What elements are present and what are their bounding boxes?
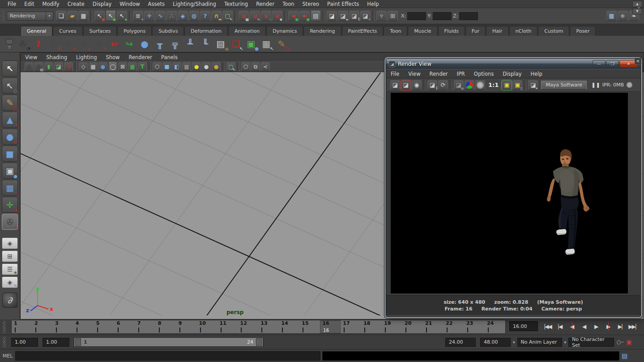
all-lights-icon[interactable]: ■ [162,62,171,71]
snap-magnet-curve-icon[interactable]: ∪ ∿ [250,11,260,21]
timeline-grip[interactable] [3,321,6,333]
redo-icon[interactable]: ↪ [123,37,136,51]
frame-cell[interactable]: 7 [135,320,156,333]
frame-cell[interactable]: 5 [94,320,115,333]
toolbar-separator[interactable] [323,11,325,21]
frame-cell[interactable]: 9 [176,320,197,333]
menu-item[interactable]: Edit [20,0,38,8]
layout-single-pane-button[interactable]: ◈ [2,237,18,249]
viewport-separator[interactable] [237,62,239,72]
select-by-object-icon[interactable]: ↖ ● [106,11,116,21]
image-plane-icon[interactable]: ◪ [54,62,63,71]
connections-icon[interactable]: ≺ [261,62,270,71]
mel-label[interactable]: MEL [0,353,15,359]
menu-item[interactable]: Texturing [220,0,252,8]
viewport-menu-item[interactable]: View [25,54,43,60]
rv-separator[interactable] [524,80,526,90]
anim-layer-dropdown-icon[interactable]: ▾ [513,340,515,345]
frame-cell[interactable]: 13 [258,320,279,333]
delete-icon[interactable]: ● ▯ [138,37,151,51]
make-live-icon[interactable]: ◍ [189,11,199,21]
frame-cell[interactable]: 22 [444,320,464,333]
render-settings-icon[interactable]: ◪ ∘ [360,11,371,21]
viewport-separator[interactable] [75,62,77,72]
step-forward-key-button[interactable]: ▶ [602,320,614,332]
last-tool-used[interactable]: ✇ ➜ [2,214,18,230]
bookmark-icon[interactable]: ▮ [44,62,53,71]
shelf-tab[interactable]: Curves [53,26,82,36]
shadows-icon[interactable]: ◧ [172,62,181,71]
snap-to-point-icon[interactable]: ∴ [166,11,177,21]
frame-cell[interactable]: 6 [115,320,135,333]
shelf-tab[interactable]: Surfaces [83,26,117,36]
shelf-tab[interactable]: Rendering [303,26,341,36]
render-current-frame-icon[interactable]: ◪ ▸ [338,11,348,21]
range-start-handle[interactable] [75,338,81,346]
frame-cell[interactable]: 18 [361,320,382,333]
scale-tool[interactable]: ■ ✛ [2,146,18,162]
current-time-field[interactable]: 16.00 [509,321,538,331]
range-slider[interactable]: 124 [74,337,263,347]
default-material-icon[interactable]: ◯ [108,62,117,71]
shelf-scroll-up-button[interactable]: ▲ [632,1,642,7]
render-view-menu-item[interactable]: Display [503,71,521,77]
animation-end-field[interactable]: 48.00 [480,338,511,347]
pause-ipr-icon[interactable]: ❚❚ [591,82,600,88]
frame-cell[interactable]: 11 [218,320,238,333]
scene-browser-icon[interactable]: ✇ ◔ [16,37,30,51]
shelf-tab[interactable]: Hair [486,26,509,36]
selection-mask-filter-icon[interactable]: ≣ ▿ [133,11,143,21]
frame-cell[interactable]: 12 [238,320,258,333]
frame-cell[interactable]: 10 [197,320,218,333]
shelf-tab[interactable]: Animation [228,26,266,36]
shelf-tab[interactable]: Toon [384,26,407,36]
viewport-menu-item[interactable]: Shading [46,54,73,60]
highlight-selection-icon[interactable]: ▢ ↖ [222,11,233,21]
show-manipulator-tool[interactable]: ✛ ➜ [2,197,18,213]
zoom-ratio-button[interactable]: 1:1 [488,82,499,88]
shelf-options-button[interactable]: ▽ [8,45,11,49]
duplicate-icon[interactable]: ❏ ↖ [229,37,243,51]
color-management-icon[interactable]: ▣ [502,80,512,90]
default-lighting-icon[interactable]: ⬡ [153,62,162,71]
render-view-menu-item[interactable]: View [408,71,420,77]
character-set-selector[interactable]: No Character Set [568,338,614,347]
frame-cell[interactable]: 17 [341,320,361,333]
shelf-tab[interactable]: Fluids [438,26,465,36]
snap-to-plane-icon[interactable]: ◈ [178,11,188,21]
light-gold-icon[interactable]: ● [212,62,221,71]
frame-cell[interactable]: 24 [485,320,505,333]
panel-close-icon[interactable]: ✕ [635,58,641,65]
shelf-tab[interactable]: Polygons [117,26,152,36]
viewport-menu-item[interactable]: Show [106,54,125,60]
snapshot-icon[interactable]: ◉ [412,80,422,90]
undo-icon[interactable]: ↩ [107,37,121,51]
frame-cell[interactable]: 23 [464,320,485,333]
menu-set-selector[interactable]: Rendering ▾ [7,12,53,21]
open-render-view-icon[interactable]: ◪ [327,11,337,21]
duplicate-with-transform-icon[interactable]: ▦ ↖ [260,37,273,51]
keep-image-icon[interactable]: ◪ ✦ [528,80,538,90]
renderer-selector[interactable]: Maya Software [541,81,587,90]
duplicate-special-icon[interactable]: ▣ ● [244,37,258,51]
animation-start-field[interactable]: 1.00 [11,338,38,347]
light-silver-icon[interactable]: ● [202,62,211,71]
shelf-tab[interactable]: Muscle [408,26,437,36]
frame-cell[interactable]: 1 [12,320,32,333]
rendered-image[interactable] [391,93,628,293]
layout-outliner-pane-button[interactable]: ☰ ◈ [2,263,18,275]
rgb-channels-icon[interactable] [465,80,474,90]
render-view-menu-item[interactable]: Render [430,71,448,77]
group-icon[interactable]: ╥ [153,37,166,51]
ipr-render-icon[interactable]: ◪ I [349,11,359,21]
step-back-key-button[interactable]: ◀ [566,320,578,332]
shelf-tab[interactable]: Poser [570,26,596,36]
textured-icon[interactable]: ▩ [128,62,137,71]
snap-to-curve-icon[interactable]: ∿ [155,11,166,21]
anim-layer-selector[interactable]: No Anim Layer [517,338,562,347]
open-scene-icon[interactable]: ▰ [67,11,77,21]
play-forwards-button[interactable]: ▶ [590,320,602,332]
menu-item[interactable]: Help [363,0,383,8]
node-editor-icon[interactable]: ▤ ▫ [214,37,227,51]
snap-magnet-plane-icon[interactable]: ∪ ◈ [272,11,282,21]
